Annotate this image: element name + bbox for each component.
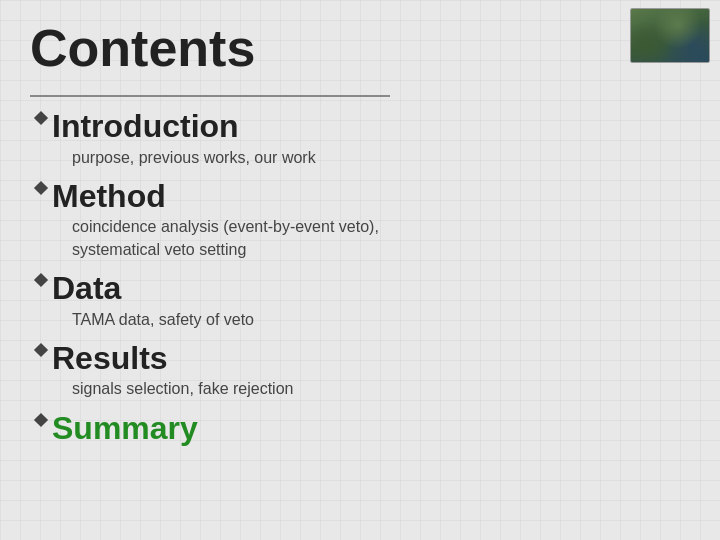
list-item: Summary [30,409,680,447]
list-item: Results signals selection, fake rejectio… [30,339,680,401]
list-item: Data TAMA data, safety of veto [30,269,680,331]
list-item: Introduction purpose, previous works, ou… [30,107,680,169]
list-item: Method coincidence analysis (event-by-ev… [30,177,680,261]
bullet-icon [30,275,52,285]
item-title: Method [52,177,680,215]
bullet-icon [30,113,52,123]
item-subtitle: coincidence analysis (event-by-event vet… [72,216,680,261]
item-content-summary: Summary [52,409,680,447]
diamond-icon [34,343,48,357]
item-subtitle: TAMA data, safety of veto [72,309,680,331]
item-subtitle: purpose, previous works, our work [72,147,680,169]
diamond-icon [34,181,48,195]
bullet-icon [30,415,52,425]
content-list: Introduction purpose, previous works, ou… [30,107,680,447]
item-content-data: Data TAMA data, safety of veto [52,269,680,331]
slide: Contents Introduction purpose, previous … [0,0,720,540]
item-content-method: Method coincidence analysis (event-by-ev… [52,177,680,261]
bullet-icon [30,183,52,193]
item-content-introduction: Introduction purpose, previous works, ou… [52,107,680,169]
item-title: Introduction [52,107,680,145]
slide-title: Contents [30,20,680,77]
bullet-icon [30,345,52,355]
diamond-icon [34,111,48,125]
item-title: Results [52,339,680,377]
item-title-summary: Summary [52,409,680,447]
thumbnail-image [630,8,710,63]
item-content-results: Results signals selection, fake rejectio… [52,339,680,401]
diamond-icon [34,273,48,287]
item-subtitle: signals selection, fake rejection [72,378,680,400]
item-title: Data [52,269,680,307]
diamond-icon [34,413,48,427]
title-divider [30,95,390,97]
